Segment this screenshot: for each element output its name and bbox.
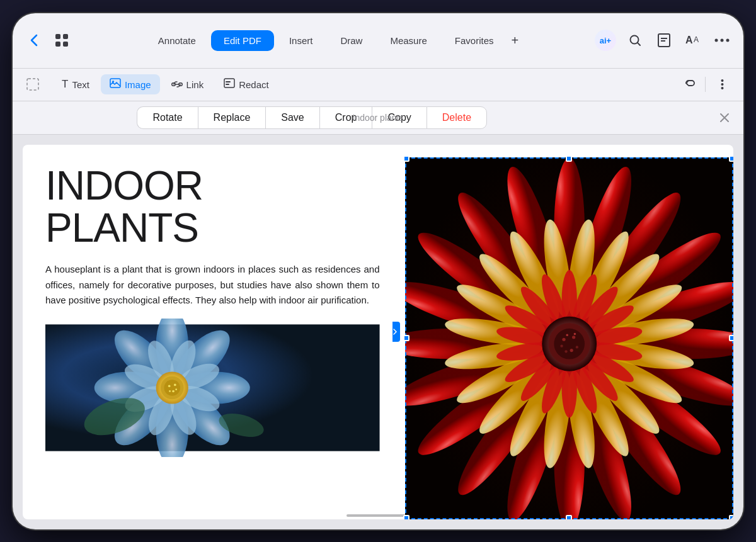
svg-rect-0 [55, 34, 60, 39]
back-button[interactable] [23, 29, 45, 52]
link-icon [171, 79, 183, 90]
tab-measure[interactable]: Measure [377, 30, 439, 51]
ai-button[interactable]: ai+ [593, 28, 617, 52]
handle-top-left[interactable] [403, 155, 410, 162]
pdf-page: INDOOR PLANTS A houseplant is a plant th… [23, 145, 733, 519]
search-button[interactable] [624, 29, 646, 52]
svg-rect-1 [63, 34, 68, 39]
handle-bottom-middle[interactable] [566, 515, 572, 519]
toolbar-left [23, 74, 43, 94]
redact-tool-button[interactable]: Redact [215, 74, 278, 94]
svg-rect-18 [224, 79, 234, 88]
selection-overlay [405, 157, 733, 519]
svg-rect-3 [63, 42, 68, 47]
handle-top-right[interactable] [729, 155, 733, 162]
add-tab-button[interactable]: + [508, 31, 521, 50]
handle-middle-left[interactable] [403, 335, 410, 341]
scroll-indicator [346, 514, 410, 517]
more-options-button[interactable] [711, 29, 733, 52]
replace-button[interactable]: Replace [198, 106, 266, 129]
handle-bottom-left[interactable] [403, 515, 410, 519]
svg-point-11 [721, 39, 724, 42]
svg-point-47 [169, 390, 171, 392]
overflow-button[interactable] [711, 73, 733, 96]
handle-bottom-right[interactable] [729, 515, 733, 519]
svg-rect-2 [55, 42, 60, 47]
nav-left [23, 29, 73, 52]
svg-point-12 [726, 39, 730, 42]
page-left-column: INDOOR PLANTS A houseplant is a plant th… [23, 145, 392, 519]
tab-draw[interactable]: Draw [328, 30, 375, 51]
svg-point-21 [721, 79, 723, 82]
tab-edit-pdf[interactable]: Edit PDF [211, 30, 274, 51]
svg-point-22 [721, 83, 723, 86]
text-tool-button[interactable]: T Text [53, 74, 98, 94]
pdf-title: INDOOR PLANTS [45, 165, 380, 249]
toolbar-right [680, 73, 733, 96]
tablet-frame: Annotate Edit PDF Insert Draw Measure Fa… [13, 13, 743, 529]
blue-flower-image [45, 319, 380, 457]
link-tool-button[interactable]: Link [163, 75, 213, 94]
image-icon [110, 78, 121, 91]
nav-tabs: Annotate Edit PDF Insert Draw Measure Fa… [78, 30, 588, 51]
handle-top-middle[interactable] [566, 155, 572, 162]
svg-point-46 [172, 390, 175, 393]
grid-button[interactable] [50, 29, 73, 52]
handle-middle-right[interactable] [729, 335, 733, 341]
tab-annotate[interactable]: Annotate [146, 30, 209, 51]
font-size-button[interactable]: A A [682, 29, 704, 52]
svg-point-10 [715, 39, 718, 42]
rotate-button[interactable]: Rotate [137, 106, 197, 129]
right-image-column [392, 145, 733, 519]
image-tool-button[interactable]: Image [101, 74, 160, 94]
undo-button[interactable] [680, 74, 700, 94]
svg-point-44 [174, 384, 176, 387]
tab-favorites[interactable]: Favorites [442, 30, 507, 51]
delete-button[interactable]: Delete [427, 106, 487, 129]
image-action-buttons: Rotate Replace Save Crop Copy Delete [137, 106, 487, 129]
svg-rect-13 [27, 79, 38, 90]
close-toolbar-button[interactable] [716, 109, 733, 127]
tool-buttons: T Text Image [53, 74, 278, 94]
image-toolbar: Rotate Replace Save Crop Copy Delete Ind… [13, 101, 743, 135]
content-area: INDOOR PLANTS A houseplant is a plant th… [13, 135, 743, 529]
redact-icon [224, 78, 235, 91]
pdf-body-text: A houseplant is a plant that is grown in… [45, 262, 380, 308]
selection-tool[interactable] [23, 74, 43, 94]
image-label: Indoor plants [353, 113, 404, 123]
svg-point-43 [164, 380, 180, 396]
svg-point-45 [168, 385, 171, 388]
save-button[interactable]: Save [265, 106, 319, 129]
expand-arrow[interactable] [392, 322, 400, 342]
secondary-toolbar: T Text Image [13, 69, 743, 101]
tab-insert[interactable]: Insert [277, 30, 326, 51]
pdf-layout: INDOOR PLANTS A houseplant is a plant th… [23, 145, 733, 519]
svg-text:A: A [694, 35, 699, 44]
bookmark-button[interactable] [653, 29, 675, 52]
text-icon: T [62, 78, 68, 91]
toolbar-divider [705, 77, 706, 92]
nav-bar: Annotate Edit PDF Insert Draw Measure Fa… [13, 13, 743, 69]
svg-point-48 [175, 388, 177, 390]
svg-point-23 [721, 87, 723, 89]
svg-text:A: A [685, 35, 693, 45]
nav-right: ai+ A A [593, 28, 733, 52]
